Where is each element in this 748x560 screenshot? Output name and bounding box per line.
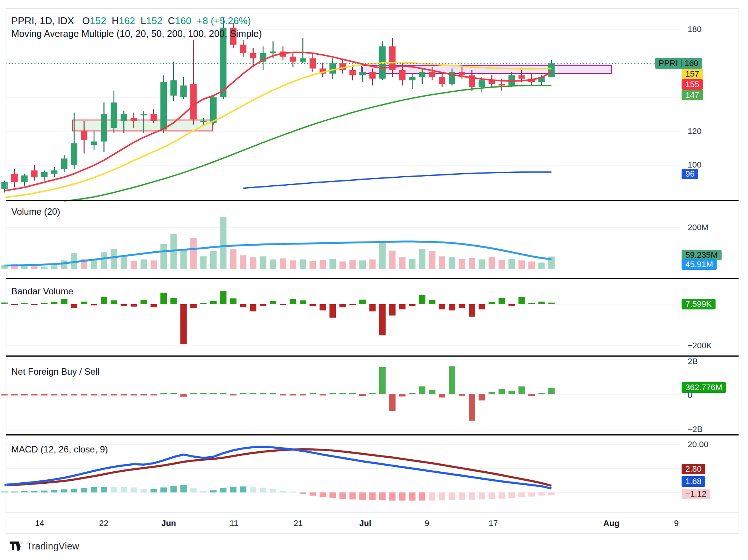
net-foreign-bar xyxy=(309,393,316,394)
net-foreign-bar xyxy=(41,394,48,395)
bandar-volume-bar xyxy=(81,302,87,304)
volume-bar xyxy=(160,244,167,269)
macd-histogram-bar xyxy=(51,490,57,492)
bandar-volume-bar xyxy=(250,304,256,311)
symbol-title[interactable]: PPRI, 1D, IDX xyxy=(11,15,74,26)
time-label-9[interactable]: 9 xyxy=(425,518,429,528)
volume-bar xyxy=(230,249,237,269)
candle xyxy=(41,172,48,177)
candle xyxy=(31,171,38,177)
candle xyxy=(409,77,416,80)
net-foreign-bar xyxy=(170,393,177,394)
net-foreign-bar xyxy=(190,393,197,394)
macd-histogram-bar xyxy=(41,491,48,492)
time-axis-top-border xyxy=(6,512,739,513)
price-scale-border[interactable] xyxy=(739,8,739,533)
time-label-11[interactable]: 11 xyxy=(230,518,239,528)
macd-histogram-bar xyxy=(528,492,535,497)
net-foreign-bar xyxy=(439,394,445,397)
pane-title-macd[interactable]: MACD (12, 26, close, 9) xyxy=(11,444,108,455)
macd-histogram-bar xyxy=(519,492,525,497)
volume-bar xyxy=(339,262,346,269)
volume-bar xyxy=(131,261,137,269)
net-foreign-bar xyxy=(399,394,406,397)
pane-divider[interactable] xyxy=(6,200,739,201)
time-axis-bottom-border xyxy=(6,533,739,534)
volume-bar xyxy=(280,258,286,269)
change-value: +8 (+5.26%) xyxy=(197,15,251,26)
pane-divider[interactable] xyxy=(6,278,739,279)
volume-bar xyxy=(210,251,217,269)
macd-histogram-bar xyxy=(429,492,436,501)
macd-signal-line xyxy=(5,449,551,486)
macd-histogram-bar xyxy=(91,487,97,492)
volume-bar xyxy=(349,260,356,269)
net-foreign-bar xyxy=(320,394,326,395)
axis-label: 20.00 xyxy=(688,440,708,449)
macd-histogram-bar xyxy=(329,492,336,498)
net-foreign-bar xyxy=(210,393,217,394)
macd-histogram-bar xyxy=(389,492,396,501)
macd-histogram-bar xyxy=(499,492,505,499)
ma200-value-badge: 96 xyxy=(682,169,698,179)
net-foreign-bar xyxy=(71,394,77,395)
time-label-9[interactable]: 9 xyxy=(674,518,679,528)
candle xyxy=(11,174,18,183)
net-foreign-bar xyxy=(11,394,18,395)
candle xyxy=(459,72,465,75)
bandar-volume-bar xyxy=(538,302,545,304)
candle xyxy=(439,77,445,84)
pane-title-net-foreign[interactable]: Net Foreign Buy / Sell xyxy=(11,366,99,377)
time-label-22[interactable]: 22 xyxy=(99,518,108,528)
axis-label: 2B xyxy=(688,357,698,366)
bandar-volume-bar xyxy=(329,304,336,318)
net-foreign-bar xyxy=(240,393,246,394)
chart-plot-area[interactable] xyxy=(0,0,748,560)
indicator-legend[interactable]: Moving Average Multiple (10, 20, 50, 200… xyxy=(11,28,262,39)
bandar-volume-bar xyxy=(11,304,18,305)
candle xyxy=(151,114,157,121)
macd-histogram-bar xyxy=(250,487,256,492)
macd-histogram-bar xyxy=(260,488,266,492)
bandar-volume-bar xyxy=(528,303,535,304)
time-label-14[interactable]: 14 xyxy=(35,518,44,528)
pane-divider[interactable] xyxy=(6,355,739,357)
volume-bar xyxy=(101,252,107,269)
net-foreign-bar xyxy=(140,394,147,395)
net-foreign-bar xyxy=(479,394,485,400)
time-label-jun[interactable]: Jun xyxy=(161,518,176,528)
pane-title-volume[interactable]: Volume (20) xyxy=(11,206,60,217)
bandar-volume-bar xyxy=(41,303,48,304)
volume-bar xyxy=(399,257,406,269)
pane-title-bandar[interactable]: Bandar Volume xyxy=(11,286,73,297)
net-foreign-bar xyxy=(81,394,87,395)
macd-histogram-bar xyxy=(469,492,475,500)
volume-bar xyxy=(31,266,38,269)
net-foreign-value-badge: 362.776M xyxy=(682,382,726,393)
tradingview-chart-window: PPRI, 1D, IDX O152 H162 L152 C160 +8 (+5… xyxy=(0,0,748,560)
volume-bar xyxy=(200,256,207,269)
volume-bar xyxy=(479,259,485,269)
bandar-volume-bar xyxy=(369,304,376,311)
time-label-21[interactable]: 21 xyxy=(294,518,303,528)
time-label-aug[interactable]: Aug xyxy=(603,518,620,528)
symbol-legend[interactable]: PPRI, 1D, IDX O152 H162 L152 C160 +8 (+5… xyxy=(11,15,251,27)
net-foreign-bar xyxy=(220,393,226,394)
bandar-volume-bar xyxy=(190,304,197,308)
volume-bar xyxy=(449,257,455,269)
pane-divider[interactable] xyxy=(6,434,739,435)
time-label-jul[interactable]: Jul xyxy=(359,518,371,528)
net-foreign-bar xyxy=(131,394,137,395)
bandar-volume-bar xyxy=(359,300,366,304)
macd-histogram-bar xyxy=(101,487,107,492)
volume-bar xyxy=(21,266,28,269)
candle xyxy=(479,80,485,87)
chart-top-border xyxy=(6,8,739,9)
bandar-volume-bar xyxy=(459,304,465,308)
net-foreign-bar xyxy=(91,394,97,395)
macd-histogram-bar xyxy=(399,492,406,501)
time-label-17[interactable]: 17 xyxy=(489,518,498,528)
volume-bar xyxy=(41,267,48,269)
tradingview-logo[interactable]: TradingView xyxy=(10,540,79,552)
bandar-volume-bar xyxy=(200,303,207,304)
